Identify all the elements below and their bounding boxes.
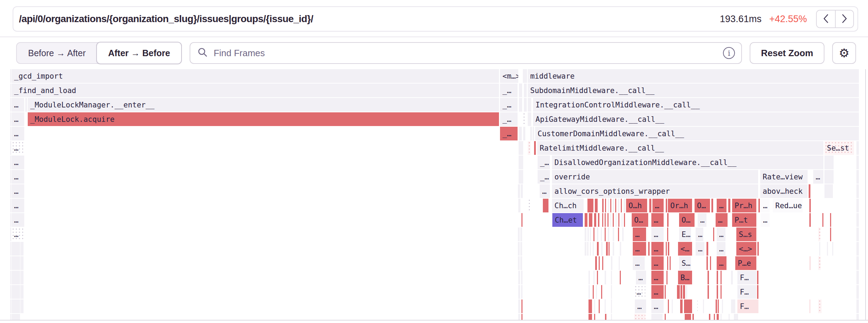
flame-frame[interactable]	[12, 256, 20, 270]
flame-frame[interactable]	[519, 127, 522, 140]
flame-frame[interactable]	[622, 213, 623, 227]
flame-frame[interactable]	[809, 256, 811, 270]
flame-frame[interactable]: …	[652, 199, 664, 212]
flame-frame[interactable]	[666, 242, 667, 256]
flame-frame[interactable]: Ch…et	[552, 213, 583, 227]
flame-frame[interactable]	[10, 156, 11, 169]
flame-frame[interactable]	[856, 184, 859, 198]
flame-frame[interactable]: S…s	[736, 228, 756, 241]
flame-frame[interactable]	[706, 256, 708, 270]
flame-frame[interactable]	[12, 299, 20, 313]
flame-frame[interactable]	[607, 213, 609, 227]
flame-frame[interactable]	[519, 84, 522, 97]
flame-frame[interactable]	[10, 170, 11, 184]
settings-button[interactable]: ⚙	[832, 42, 856, 64]
flame-frame[interactable]	[521, 285, 522, 299]
flame-frame[interactable]	[609, 242, 610, 256]
flame-frame[interactable]	[522, 112, 526, 126]
flame-frame[interactable]: ApiGatewayMiddleware.__call__	[533, 112, 859, 126]
flame-frame[interactable]	[518, 285, 520, 299]
flame-frame[interactable]	[711, 199, 713, 212]
flame-frame[interactable]	[624, 213, 625, 227]
flame-frame[interactable]	[587, 242, 588, 256]
flame-frame[interactable]	[585, 228, 586, 241]
flame-frame[interactable]	[649, 199, 651, 212]
flame-frame[interactable]	[528, 112, 531, 126]
flame-frame[interactable]	[818, 256, 821, 270]
flame-frame[interactable]	[10, 141, 11, 155]
endpoint-url-bar[interactable]: /api/0/organizations/{organization_slug}…	[13, 6, 858, 32]
flame-frame[interactable]	[12, 285, 20, 299]
prev-button[interactable]	[817, 11, 835, 27]
flame-frame[interactable]	[809, 299, 810, 313]
flame-frame[interactable]	[822, 213, 823, 227]
flame-frame[interactable]	[10, 271, 11, 284]
flame-frame[interactable]: Rate…view	[760, 170, 808, 184]
flame-frame[interactable]	[722, 299, 723, 313]
flame-frame[interactable]	[20, 299, 24, 313]
flame-frame[interactable]	[521, 184, 523, 198]
flame-frame[interactable]	[519, 141, 523, 155]
flame-frame[interactable]	[593, 271, 594, 284]
flame-frame[interactable]: B…	[678, 271, 692, 284]
tab-after-before[interactable]: After → Before	[96, 42, 182, 64]
flame-frame[interactable]	[518, 199, 520, 212]
flame-frame[interactable]: _…	[500, 84, 518, 97]
flame-frame[interactable]: …	[716, 213, 728, 227]
flame-frame[interactable]	[605, 228, 606, 241]
flame-frame[interactable]	[667, 213, 669, 227]
flame-frame[interactable]: …	[651, 285, 664, 299]
flame-frame[interactable]	[518, 228, 520, 241]
flame-frame[interactable]	[10, 98, 11, 112]
flame-frame[interactable]	[595, 199, 598, 212]
flame-frame[interactable]	[608, 228, 609, 241]
flame-frame[interactable]	[534, 141, 536, 155]
flame-frame[interactable]	[680, 299, 683, 313]
flame-frame[interactable]: …	[12, 156, 24, 169]
flame-frame[interactable]: …	[651, 213, 664, 227]
flame-frame[interactable]	[590, 242, 591, 256]
flame-frame[interactable]	[587, 228, 589, 241]
flame-frame[interactable]: E…	[679, 228, 691, 241]
flame-frame[interactable]: …	[717, 199, 726, 212]
flame-frame[interactable]	[10, 127, 11, 140]
flame-frame[interactable]	[856, 242, 859, 256]
flame-frame[interactable]: Pr…h	[732, 199, 756, 212]
flame-frame[interactable]	[10, 285, 11, 299]
flame-frame[interactable]	[12, 242, 20, 256]
flame-frame[interactable]: _find_and_load	[12, 84, 499, 97]
flame-frame[interactable]	[518, 242, 520, 256]
flame-frame[interactable]	[605, 213, 606, 227]
flame-frame[interactable]	[530, 127, 532, 140]
flame-frame[interactable]	[718, 299, 719, 313]
flame-frame[interactable]	[856, 170, 859, 184]
flame-frame[interactable]: SubdomainMiddleware.__call__	[528, 84, 859, 97]
next-button[interactable]	[835, 11, 853, 27]
flame-frame[interactable]	[728, 199, 730, 212]
flame-frame[interactable]	[601, 285, 602, 299]
flame-frame[interactable]	[613, 213, 614, 227]
flame-frame[interactable]: <m…>	[500, 69, 518, 83]
flame-frame[interactable]: …	[12, 141, 24, 155]
flame-frame[interactable]	[520, 256, 522, 270]
flame-frame[interactable]: allow_cors_options_wrapper	[552, 184, 758, 198]
flame-frame[interactable]	[667, 256, 668, 270]
flame-frame[interactable]: IntegrationControlMiddleware.__call__	[533, 98, 859, 112]
flame-frame[interactable]: _…	[538, 156, 550, 169]
flame-frame[interactable]	[758, 199, 760, 212]
flame-frame[interactable]	[696, 299, 698, 313]
flame-frame[interactable]	[721, 271, 722, 284]
flame-frame[interactable]: O…	[679, 213, 695, 227]
flame-frame[interactable]	[717, 285, 718, 299]
flame-frame[interactable]	[610, 213, 611, 227]
flame-frame[interactable]	[668, 242, 669, 256]
flame-frame[interactable]	[597, 271, 598, 284]
flame-frame[interactable]	[520, 242, 522, 256]
flame-frame[interactable]	[818, 228, 820, 241]
flame-frame[interactable]	[672, 299, 673, 313]
flame-frame[interactable]	[757, 271, 758, 284]
flame-frame[interactable]	[588, 285, 590, 299]
flame-frame[interactable]	[809, 184, 810, 198]
flame-frame[interactable]	[713, 228, 714, 241]
flame-frame[interactable]	[602, 256, 603, 270]
